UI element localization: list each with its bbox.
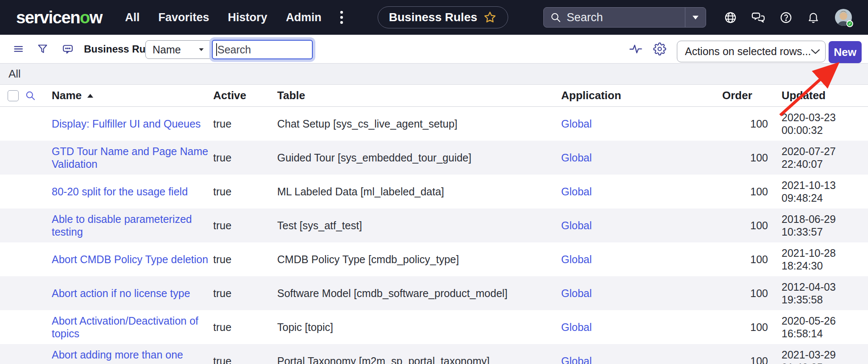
chat-button[interactable] — [751, 11, 765, 24]
updated-date: 2018-06-29 — [782, 213, 868, 225]
row-name-cell: Abort Activation/Deactivation of topics — [39, 314, 213, 340]
topbar-icons — [724, 11, 820, 24]
row-application-cell: Global — [561, 151, 722, 164]
global-search-placeholder: Search — [567, 11, 685, 24]
application-link[interactable]: Global — [561, 355, 592, 364]
application-link[interactable]: Global — [561, 321, 592, 333]
row-table-cell: Chat Setup [sys_cs_live_agent_setup] — [277, 117, 561, 130]
favorite-star-icon[interactable] — [483, 11, 497, 24]
global-search-box[interactable]: Search — [543, 7, 706, 28]
column-search-toggle-button[interactable] — [25, 90, 39, 101]
nav-item-favorites[interactable]: Favorites — [158, 11, 209, 24]
help-button[interactable] — [779, 11, 793, 24]
settings-button[interactable] — [653, 42, 666, 56]
pulse-icon — [629, 42, 643, 56]
comments-button[interactable] — [62, 43, 74, 55]
row-order-cell: 100 — [722, 253, 769, 266]
gear-icon — [653, 42, 666, 56]
row-active-cell: true — [213, 117, 277, 130]
chat-icon — [751, 11, 765, 24]
search-field-select[interactable]: Name — [145, 40, 211, 59]
row-name-cell: Abort adding more than one taxonomy — [39, 348, 213, 364]
column-header-order[interactable]: Order — [722, 89, 769, 102]
table-body: Display: Fulfiller UI and QueuestrueChat… — [0, 107, 868, 364]
row-application-cell: Global — [561, 321, 722, 333]
row-name-cell: 80-20 split for the usage field — [39, 185, 213, 198]
updated-time: 10:33:57 — [782, 225, 868, 238]
filter-button[interactable] — [37, 43, 48, 55]
logo-green-o: o — [80, 8, 89, 27]
column-header-active[interactable]: Active — [213, 89, 277, 102]
more-menu-button[interactable] — [339, 10, 344, 25]
row-updated-cell: 2020-05-2616:58:14 — [769, 314, 868, 340]
updated-time: 22:40:07 — [782, 158, 868, 170]
record-name-link[interactable]: Abort CMDB Policy Type deletion — [52, 253, 208, 266]
row-table-cell: Software Model [cmdb_software_product_mo… — [277, 287, 561, 300]
application-link[interactable]: Global — [561, 151, 592, 164]
list-menu-button[interactable] — [13, 43, 24, 55]
row-table-cell: Portal Taxonomy [m2m_sp_portal_taxonomy] — [277, 355, 561, 364]
nav-item-history[interactable]: History — [228, 11, 267, 24]
record-name-link[interactable]: Display: Fulfiller UI and Queues — [52, 117, 201, 130]
sort-ascending-icon — [87, 93, 94, 98]
table-row: 80-20 split for the usage fieldtrueML La… — [0, 175, 868, 208]
application-link[interactable]: Global — [561, 287, 592, 300]
row-name-cell: Able to disable parameterized testing — [39, 213, 213, 238]
record-name-link[interactable]: Abort adding more than one taxonomy — [52, 348, 210, 364]
logo-text: servicen — [16, 8, 80, 27]
application-link[interactable]: Global — [561, 253, 592, 266]
column-header-name[interactable]: Name — [39, 89, 213, 102]
chevron-down-icon — [811, 49, 820, 55]
row-table-cell: Topic [topic] — [277, 321, 561, 333]
list-search-placeholder: Search — [217, 44, 251, 56]
breadcrumb: All — [0, 64, 868, 85]
updated-time: 01:40:25 — [782, 361, 868, 364]
application-link[interactable]: Global — [561, 117, 592, 130]
select-caret-icon — [198, 47, 204, 52]
row-active-cell: true — [213, 219, 277, 232]
breadcrumb-all-link[interactable]: All — [8, 67, 21, 81]
table-row: Abort adding more than one taxonomytrueP… — [0, 344, 868, 364]
table-row: Abort Activation/Deactivation of topicst… — [0, 310, 868, 344]
column-header-updated[interactable]: Updated — [769, 89, 868, 102]
row-active-cell: true — [213, 151, 277, 164]
record-name-link[interactable]: Able to disable parameterized testing — [52, 213, 210, 238]
row-order-cell: 100 — [722, 185, 769, 198]
table-header-row: Name Active Table Application Order Upda… — [0, 85, 868, 107]
presence-status-icon: ✓ — [846, 20, 853, 27]
globe-button[interactable] — [724, 11, 737, 24]
row-order-cell: 100 — [722, 219, 769, 232]
new-button[interactable]: New — [829, 41, 862, 63]
servicenow-logo[interactable]: servicenow — [16, 8, 102, 27]
personalize-pulse-button[interactable] — [629, 42, 643, 56]
updated-time: 00:00:32 — [782, 124, 868, 136]
record-name-link[interactable]: Abort Activation/Deactivation of topics — [52, 314, 210, 340]
column-header-application[interactable]: Application — [561, 89, 722, 102]
globe-icon — [724, 11, 737, 24]
row-application-cell: Global — [561, 117, 722, 130]
nav-item-all[interactable]: All — [125, 11, 140, 24]
record-name-link[interactable]: Abort action if no license type — [52, 287, 190, 300]
row-order-cell: 100 — [722, 151, 769, 164]
select-all-checkbox[interactable] — [8, 90, 19, 101]
row-updated-cell: 2021-10-2818:24:30 — [769, 247, 868, 272]
actions-on-rows-select[interactable]: Actions on selected rows... — [677, 41, 826, 62]
nav-item-admin[interactable]: Admin — [286, 11, 322, 24]
updated-date: 2020-07-27 — [782, 145, 868, 158]
application-link[interactable]: Global — [561, 185, 592, 198]
row-application-cell: Global — [561, 185, 722, 198]
current-page-pill[interactable]: Business Rules — [378, 6, 509, 28]
notifications-button[interactable] — [807, 11, 820, 24]
search-scope-caret-icon[interactable] — [685, 14, 706, 20]
row-name-cell: Abort action if no license type — [39, 287, 213, 300]
updated-date: 2020-03-23 — [782, 111, 868, 124]
list-search-input[interactable]: Search — [212, 40, 313, 59]
record-name-link[interactable]: 80-20 split for the usage field — [52, 185, 188, 198]
row-active-cell: true — [213, 321, 277, 333]
record-name-link[interactable]: GTD Tour Name and Page Name Validation — [52, 145, 210, 170]
user-avatar[interactable]: ✓ — [835, 9, 852, 26]
updated-time: 19:35:58 — [782, 293, 868, 306]
comments-icon — [62, 43, 74, 55]
column-header-table[interactable]: Table — [277, 89, 561, 102]
application-link[interactable]: Global — [561, 219, 592, 232]
